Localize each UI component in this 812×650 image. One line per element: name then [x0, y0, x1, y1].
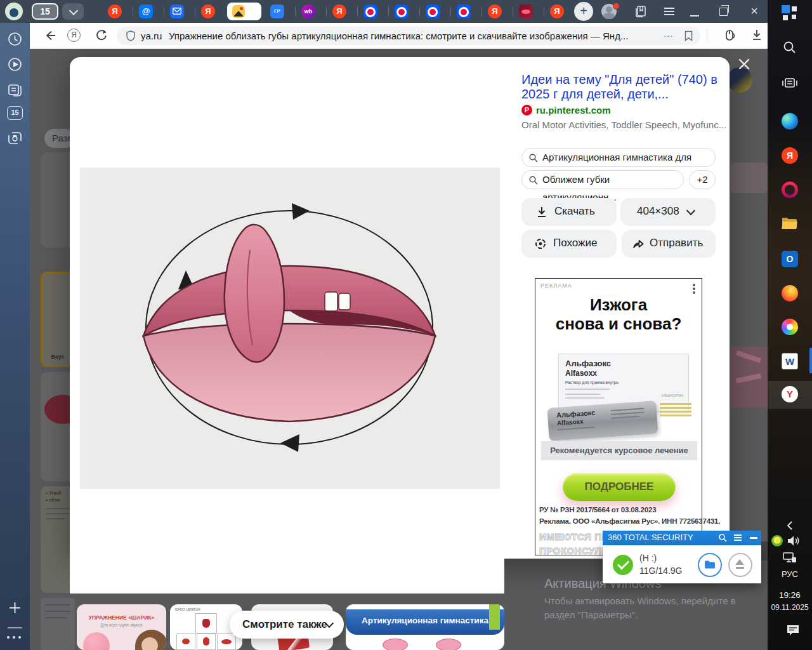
related-query-chip-2[interactable]: Оближем губки артикуляционн... — [521, 170, 684, 189]
tab-divider — [388, 7, 389, 16]
tab-list-dropdown[interactable] — [62, 3, 84, 20]
hidden-icons-chevron[interactable] — [785, 521, 794, 531]
activation-line2: раздел "Параметры". — [544, 609, 638, 620]
address-pill[interactable]: ya.ru Упражнение облизать губы артикуляц… — [117, 27, 700, 45]
clock-date[interactable]: 09.11.2025 — [768, 603, 812, 612]
related-query-chip-1[interactable]: Артикуляционная гимнастика для дете... — [521, 148, 716, 167]
ad-cta-button[interactable]: ПОДРОБНЕЕ — [563, 473, 676, 501]
url-host[interactable]: ya.ru — [141, 30, 162, 41]
menu-icon[interactable] — [733, 534, 742, 541]
tray-360-icon[interactable] — [771, 535, 783, 547]
tab-ozon-4[interactable] — [457, 4, 471, 18]
start-button[interactable] — [782, 5, 798, 22]
volume-icon[interactable] — [787, 534, 801, 547]
file-explorer-icon[interactable] — [782, 216, 798, 233]
tab-mail-at[interactable]: @ — [139, 4, 153, 18]
size-dropdown[interactable]: 404×308 — [620, 198, 716, 226]
drive-space: 11G/14.9G — [639, 566, 682, 576]
dimmed-bullet-2: • обли — [46, 497, 60, 503]
window-close-button[interactable]: × — [746, 3, 763, 19]
outlook-icon[interactable]: O — [782, 251, 798, 267]
protect-shield-icon[interactable] — [126, 30, 136, 41]
tab-bar: 15 Я @ Я ГР wb Я Я Я + — [0, 0, 768, 23]
action-center-icon[interactable] — [785, 623, 801, 637]
more-chips-button[interactable]: +2 — [689, 170, 716, 189]
open-folder-button[interactable] — [698, 553, 722, 577]
search-icon[interactable] — [718, 533, 728, 543]
browser-sidebar: 15 — [0, 23, 30, 650]
browser-pinwheel-icon[interactable] — [782, 319, 798, 335]
tab-yandex-4[interactable]: Я — [488, 4, 502, 18]
menu-icon[interactable] — [664, 7, 675, 16]
tab-counter-button[interactable]: 15 — [32, 3, 58, 20]
window-restore-button[interactable] — [719, 8, 728, 16]
language-indicator[interactable]: РУС — [768, 569, 812, 579]
see-also-thumb-4[interactable]: Артикуляционная гимнастика — [346, 604, 504, 650]
browser-logo-icon[interactable] — [5, 3, 23, 20]
sidebar-add-icon[interactable] — [6, 599, 23, 616]
opera-icon[interactable] — [782, 182, 798, 198]
more-actions-icon[interactable]: ... — [664, 28, 674, 39]
tongue-shape — [203, 637, 209, 646]
see-also-button[interactable]: Смотрите также — [230, 611, 344, 639]
tab-wildberries[interactable]: wb — [301, 4, 315, 18]
collections-icon[interactable] — [634, 5, 647, 18]
see-also-thumb-1[interactable]: УПРАЖНЕНИЕ «ШАРИК» Для всех групп звуков — [77, 604, 166, 650]
media-play-icon[interactable] — [6, 56, 23, 73]
yandex-browser-taskbar-icon[interactable]: Я — [782, 147, 798, 164]
tab-active-images[interactable] — [227, 3, 261, 20]
result-title-line1[interactable]: Идеи на тему "Для детей" (740) в — [521, 72, 724, 87]
taskbar-search-icon[interactable] — [782, 39, 798, 56]
history-icon[interactable] — [6, 30, 23, 48]
tab-lips[interactable] — [519, 4, 533, 18]
clock-time[interactable]: 19:26 — [768, 590, 812, 600]
edge-icon[interactable] — [782, 113, 798, 129]
tab-yandex-2[interactable]: Я — [201, 4, 215, 18]
tab-yandex-1[interactable]: Я — [108, 4, 122, 18]
sidebar-more-button[interactable] — [7, 636, 23, 639]
tab-mail-envelope[interactable] — [170, 4, 184, 18]
tab-ozon-1[interactable] — [363, 4, 377, 18]
ad-block[interactable]: РЕКЛАМА Изжога снова и снова? Альфазокс … — [535, 278, 702, 555]
downloads-icon[interactable] — [750, 29, 763, 41]
bookmark-icon[interactable] — [684, 30, 693, 41]
decoration-line — [45, 604, 70, 606]
extension-icon[interactable] — [723, 29, 737, 43]
tab-gr[interactable]: ГР — [270, 4, 284, 18]
tab-yandex-5[interactable]: Я — [550, 4, 564, 18]
new-tab-button[interactable]: + — [574, 2, 593, 21]
minimize-icon[interactable] — [750, 537, 757, 539]
word-icon[interactable]: W — [782, 353, 798, 369]
viewer-close-button[interactable] — [735, 55, 754, 74]
main-image[interactable] — [80, 168, 500, 489]
send-button[interactable]: Отправить — [622, 230, 716, 258]
back-icon[interactable] — [44, 29, 56, 42]
ad-banner-text: Рекомендуется курсовое лечение — [541, 441, 697, 460]
window-minimize-button[interactable] — [690, 15, 699, 17]
result-title-line2[interactable]: 2025 г для детей, дети,... — [521, 87, 724, 102]
eject-button[interactable] — [728, 553, 752, 577]
tab-ozon-3[interactable] — [426, 4, 440, 18]
window-edge-sliver — [809, 348, 812, 373]
ad-menu-button[interactable] — [690, 284, 698, 295]
download-button[interactable]: Скачать — [521, 198, 617, 226]
yandex-y-icon[interactable]: Y — [782, 386, 798, 402]
feed-icon[interactable] — [6, 81, 23, 98]
security-widget-body: (H :) 11G/14.9G — [603, 545, 761, 583]
screenshot-icon[interactable] — [6, 129, 23, 147]
security-widget-header[interactable]: 360 TOTAL SECURITY — [603, 531, 761, 545]
tabs-panel-button[interactable]: 15 — [7, 106, 23, 120]
tab-ozon-2[interactable] — [395, 4, 409, 18]
tab-yandex-3[interactable]: Я — [332, 4, 346, 18]
screen: Разм Вкус • Улыб • обли — [0, 0, 812, 650]
refresh-icon[interactable] — [95, 29, 108, 41]
network-icon[interactable] — [782, 550, 798, 566]
similar-button[interactable]: Похожие — [521, 230, 617, 258]
decoration-line — [565, 397, 605, 399]
yandex-services-icon[interactable]: Я — [67, 29, 81, 42]
decoration-line — [558, 427, 594, 430]
result-title[interactable]: Идеи на тему "Для детей" (740) в 2025 г … — [521, 72, 724, 102]
result-domain[interactable]: ru.pinterest.com — [536, 105, 611, 116]
firefox-icon[interactable] — [782, 285, 798, 302]
task-view-icon[interactable] — [782, 75, 798, 91]
